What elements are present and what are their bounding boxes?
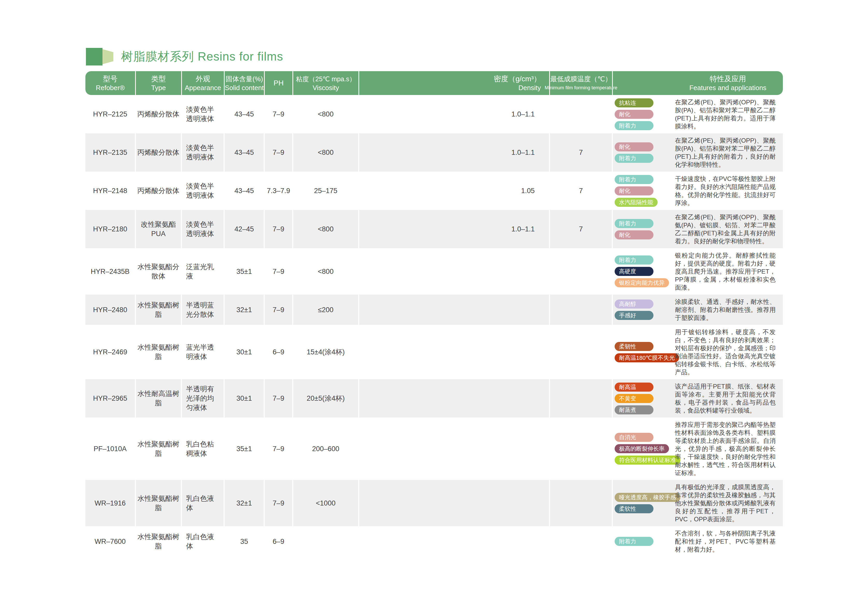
- cell-viscosity: 20±5(涂4杯): [293, 379, 359, 417]
- cell-solid-content: 43–45: [224, 133, 265, 172]
- cell-min-film-temp: [550, 379, 613, 417]
- features-text: 银粉定向能力优异。耐醇擦拭性能好，提供更高的硬度。附着力好，硬度高且爬升迅速。推…: [675, 251, 783, 291]
- cell-viscosity: 200–600: [293, 417, 359, 480]
- cell-viscosity: <800: [293, 248, 359, 294]
- feature-badge: 耐蒸煮: [615, 405, 654, 414]
- cell-features: 附着力 耐化 水汽阻隔性能 干燥速度快，在PVC等极性塑胶上附着力好。良好的水汽…: [613, 172, 783, 210]
- features-text: 不含溶剂，软，与各种阴阳离子乳液配和性好，对PET、PVC等塑料基材，附着力好。: [675, 529, 783, 553]
- feature-badge: 附着力: [615, 175, 654, 184]
- cell-density: [359, 325, 550, 379]
- cell-features: 耐高温 不黄变 耐蒸煮 该产品适用于PET膜、纸张、铝材表面等涂布。主要用于太阳…: [613, 379, 783, 417]
- feature-badge: 柔韧性: [615, 342, 654, 351]
- column-header-model: 型号Refober®: [86, 71, 136, 95]
- cell-appearance: 淡黄色半透明液体: [182, 133, 224, 172]
- cell-model: HYR–2148: [86, 172, 136, 210]
- features-text: 具有极低的光泽度，成膜黑透度高，非常优异的柔软性及橡胶触感，与其他水性聚氨酯分散…: [675, 483, 783, 523]
- feature-badge: 自消光: [615, 433, 654, 442]
- cell-type: 丙烯酸分散体: [136, 172, 182, 210]
- cell-density: [359, 294, 550, 325]
- cell-min-film-temp: [550, 95, 613, 133]
- table-row: HYR–2148 丙烯酸分散体 淡黄色半透明液体 43–45 7.3–7.9 2…: [86, 172, 783, 210]
- table-row: PF–1010A 水性聚氨酯树脂 乳白色粘稠液体 35±1 7–9 200–60…: [86, 417, 783, 480]
- table-row: HYR–2469 水性聚氨酯树脂 蓝光半透明液体 30±1 6–9 15±4(涂…: [86, 325, 783, 379]
- cell-viscosity: <1000: [293, 480, 359, 526]
- cell-viscosity: <800: [293, 210, 359, 248]
- page-title-en: Resins for films: [198, 50, 283, 63]
- cell-type: 水性耐高温树脂: [136, 379, 182, 417]
- cell-min-film-temp: [550, 294, 613, 325]
- cell-model: HYR–2965: [86, 379, 136, 417]
- cell-density: [359, 379, 550, 417]
- cell-model: PF–1010A: [86, 417, 136, 480]
- table-row: HYR–2965 水性耐高温树脂 半透明有光泽的均匀液体 30±1 7–9 20…: [86, 379, 783, 417]
- cell-appearance: 淡黄色半透明液体: [182, 95, 224, 133]
- cell-appearance: 淡黄色半透明液体: [182, 172, 224, 210]
- cell-min-film-temp: [550, 417, 613, 480]
- cell-model: WR–7600: [86, 526, 136, 556]
- column-header-viscosity: 粘度（25℃ mpa.s）Viscosity: [293, 71, 359, 95]
- cell-min-film-temp: 7: [550, 210, 613, 248]
- cell-viscosity: ≤200: [293, 294, 359, 325]
- table-row: HYR–2125 丙烯酸分散体 淡黄色半透明液体 43–45 7–9 <800 …: [86, 95, 783, 133]
- page-title: 树脂膜材系列 Resins for films: [121, 49, 283, 65]
- feature-badge: 手感好: [615, 311, 654, 320]
- feature-badge: 耐化: [615, 186, 654, 195]
- column-header-appearance: 外观Appearance: [182, 71, 224, 95]
- column-header-solid-content: 固体含量(%)Solid content: [224, 71, 265, 95]
- badge-list: 哑光透度高，橡胶手感 柔软性: [613, 493, 675, 513]
- column-header-type: 类型Type: [136, 71, 182, 95]
- cell-solid-content: 43–45: [224, 172, 265, 210]
- cell-appearance: 乳白色液体: [182, 526, 224, 556]
- badge-list: 自消光 极高的断裂伸长率 符合医用材料认证标准: [613, 433, 675, 464]
- table-row: HYR–2480 水性聚氨酯树脂 半透明蓝光分散体 32±1 7–9 ≤200 …: [86, 294, 783, 325]
- feature-badge: 附着力: [615, 121, 654, 130]
- feature-badge: 极高的断裂伸长率: [615, 444, 669, 453]
- cell-features: 抗粘连 耐化 附着力 在聚乙烯(PE)、聚丙烯(OPP)、聚酰胺(PA)、铝箔和…: [613, 95, 783, 133]
- section-header: 树脂膜材系列 Resins for films: [86, 47, 283, 66]
- badge-list: 附着力 耐化: [613, 219, 675, 240]
- cell-features: 高耐醇 手感好 涂膜柔软、通透、手感好，耐水性、耐溶剂、附着力和耐磨性强。推荐用…: [613, 294, 783, 325]
- cell-type: 丙烯酸分散体: [136, 133, 182, 172]
- cell-density: 1.05: [359, 172, 550, 210]
- cell-solid-content: 32±1: [224, 294, 265, 325]
- table-header-row: 型号Refober® 类型Type 外观Appearance 固体含量(%)So…: [86, 71, 783, 95]
- cell-model: WR–1916: [86, 480, 136, 526]
- cell-solid-content: 35±1: [224, 417, 265, 480]
- cell-type: 水性聚氨酯树脂: [136, 294, 182, 325]
- features-text: 在聚乙烯(PE)、聚丙烯(OPP)、聚酰胺(PA)、铝箔和聚对苯二甲酸乙二醇(P…: [675, 98, 783, 130]
- badge-list: 耐高温 不黄变 耐蒸煮: [613, 383, 675, 414]
- cell-solid-content: 30±1: [224, 325, 265, 379]
- table-row: WR–1916 水性聚氨酯树脂 乳白色液体 32±1 7–9 <1000 哑光透…: [86, 480, 783, 526]
- cell-appearance: 半透明有光泽的均匀液体: [182, 379, 224, 417]
- cell-type: 水性聚氨酯树脂: [136, 417, 182, 480]
- cell-viscosity: <800: [293, 95, 359, 133]
- cell-solid-content: 32±1: [224, 480, 265, 526]
- table-row: HYR–2135 丙烯酸分散体 淡黄色半透明液体 43–45 7–9 <800 …: [86, 133, 783, 172]
- cell-model: HYR–2180: [86, 210, 136, 248]
- cell-min-film-temp: [550, 480, 613, 526]
- cell-type: 水性聚氨酯树脂: [136, 325, 182, 379]
- cell-model: HYR–2135: [86, 133, 136, 172]
- cell-type: 丙烯酸分散体: [136, 95, 182, 133]
- cell-appearance: 泛蓝光乳液: [182, 248, 224, 294]
- cell-ph: 7–9: [265, 294, 293, 325]
- feature-badge: 附着力: [615, 219, 654, 228]
- cell-appearance: 乳白色粘稠液体: [182, 417, 224, 480]
- column-header-density: 密度（g/cm³）Density: [359, 71, 550, 95]
- badge-list: 耐化 附着力: [613, 142, 675, 163]
- cell-type: 改性聚氨酯PUA: [136, 210, 182, 248]
- feature-badge: 附着力: [615, 537, 654, 546]
- cell-ph: 7–9: [265, 480, 293, 526]
- cell-model: HYR–2480: [86, 294, 136, 325]
- cell-features: 附着力 高硬度 银粉定向能力优异 银粉定向能力优异。耐醇擦拭性能好，提供更高的硬…: [613, 248, 783, 294]
- cell-viscosity: <800: [293, 133, 359, 172]
- cell-type: 水性聚氨酯分散体: [136, 248, 182, 294]
- feature-badge: 耐化: [615, 110, 654, 119]
- badge-list: 附着力 高硬度 银粉定向能力优异: [613, 256, 675, 287]
- cell-ph: 7–9: [265, 417, 293, 480]
- badge-list: 高耐醇 手感好: [613, 299, 675, 320]
- cell-features: 附着力 不含溶剂，软，与各种阴阳离子乳液配和性好，对PET、PVC等塑料基材，附…: [613, 526, 783, 556]
- cell-density: 1.0–1.1: [359, 95, 550, 133]
- features-text: 用于镀铝转移涂料，硬度高，不发白，不变色；具有良好的剥离效果；对铝层有极好的保护…: [675, 328, 783, 376]
- cell-solid-content: 43–45: [224, 95, 265, 133]
